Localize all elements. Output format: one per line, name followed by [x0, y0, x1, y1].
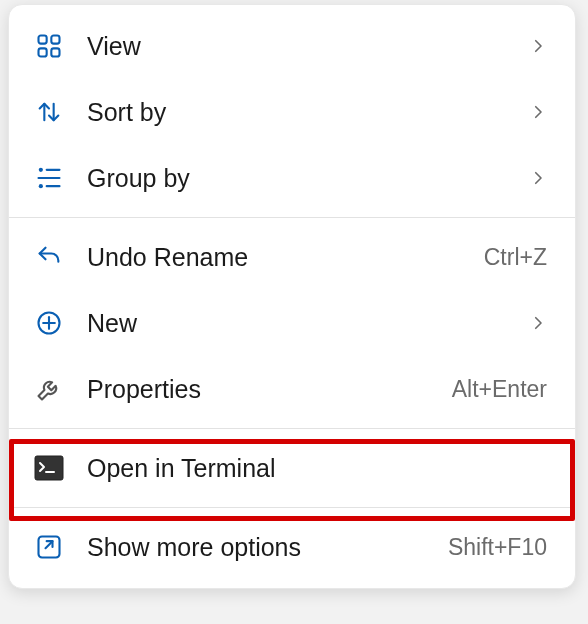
menu-item-label: Sort by [87, 98, 529, 127]
menu-item-label: View [87, 32, 529, 61]
menu-separator [9, 507, 575, 508]
wrench-icon [31, 375, 67, 403]
menu-item-shortcut: Shift+F10 [448, 534, 547, 561]
menu-item-view[interactable]: View [9, 13, 575, 79]
menu-separator [9, 217, 575, 218]
sort-icon [31, 98, 67, 126]
svg-point-4 [39, 168, 43, 172]
expand-icon [31, 533, 67, 561]
menu-item-group-by[interactable]: Group by [9, 145, 575, 211]
menu-item-show-more-options[interactable]: Show more options Shift+F10 [9, 514, 575, 580]
svg-rect-1 [51, 36, 59, 44]
menu-item-label: Open in Terminal [87, 454, 547, 483]
menu-item-label: New [87, 309, 529, 338]
svg-rect-0 [39, 36, 47, 44]
chevron-right-icon [529, 314, 547, 332]
context-menu: View Sort by [8, 4, 576, 589]
undo-icon [31, 243, 67, 271]
svg-rect-3 [51, 48, 59, 56]
chevron-right-icon [529, 103, 547, 121]
svg-rect-2 [39, 48, 47, 56]
menu-item-label: Group by [87, 164, 529, 193]
menu-item-label: Show more options [87, 533, 448, 562]
menu-separator [9, 428, 575, 429]
plus-circle-icon [31, 309, 67, 337]
menu-item-shortcut: Ctrl+Z [484, 244, 547, 271]
group-icon [31, 164, 67, 192]
svg-rect-14 [39, 537, 60, 558]
menu-item-shortcut: Alt+Enter [452, 376, 547, 403]
chevron-right-icon [529, 37, 547, 55]
menu-item-sort-by[interactable]: Sort by [9, 79, 575, 145]
terminal-icon [31, 455, 67, 481]
svg-rect-12 [35, 456, 63, 480]
grid-icon [31, 32, 67, 60]
menu-item-undo-rename[interactable]: Undo Rename Ctrl+Z [9, 224, 575, 290]
menu-item-label: Properties [87, 375, 452, 404]
menu-item-label: Undo Rename [87, 243, 484, 272]
menu-item-open-in-terminal[interactable]: Open in Terminal [9, 435, 575, 501]
svg-point-7 [39, 184, 43, 188]
menu-item-properties[interactable]: Properties Alt+Enter [9, 356, 575, 422]
menu-item-new[interactable]: New [9, 290, 575, 356]
chevron-right-icon [529, 169, 547, 187]
